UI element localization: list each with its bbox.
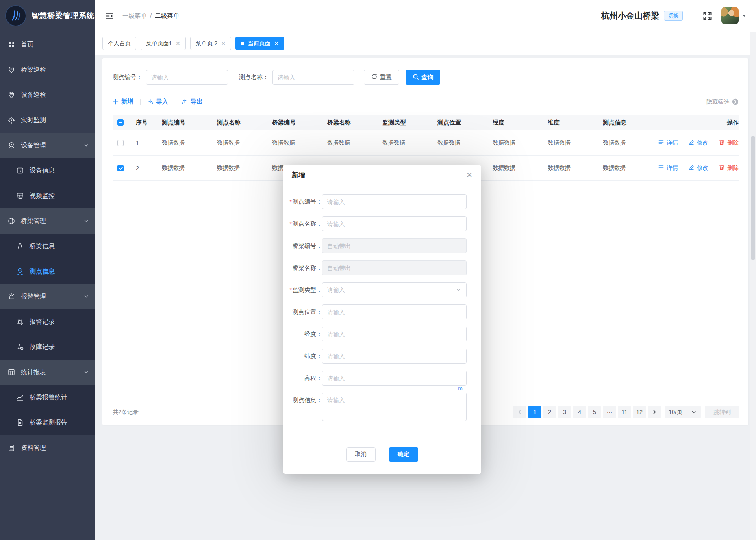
edit-link[interactable]: 修改	[688, 139, 708, 147]
add-button[interactable]: 新增	[113, 98, 133, 106]
field-control: 请输入	[322, 282, 467, 297]
filter-row: 测点编号：测点名称：重置查询	[113, 58, 739, 85]
breadcrumb-level1[interactable]: 一级菜单	[122, 12, 147, 20]
add-dialog: 新增 ✕ *测点编号：*测点名称：桥梁编号：桥梁名称：*监测类型：请输入测点位置…	[283, 165, 481, 474]
pagination-page[interactable]: 2	[543, 406, 556, 418]
field-input[interactable]	[322, 349, 467, 364]
fullscreen-icon[interactable]	[702, 11, 713, 21]
form-field: 桥梁名称：	[283, 260, 481, 275]
point-name-input[interactable]	[272, 70, 354, 85]
row-index: 2	[133, 165, 162, 171]
column-header: 测点位置	[437, 119, 493, 126]
field-input[interactable]	[322, 216, 467, 231]
field-input[interactable]	[322, 327, 467, 341]
total-records-text: 共2条记录	[113, 408, 139, 416]
confirm-button[interactable]: 确定	[389, 447, 418, 462]
delete-link[interactable]: 删除	[719, 164, 739, 172]
monitor-type-select[interactable]: 请输入	[322, 282, 467, 297]
statistics-report-icon	[7, 368, 16, 377]
delete-link[interactable]: 删除	[719, 139, 739, 147]
pagination-page[interactable]: 3	[558, 406, 571, 418]
pagination-next-icon[interactable]	[648, 406, 661, 418]
field-control	[322, 238, 467, 253]
sidebar-item[interactable]: 设备巡检	[0, 82, 95, 108]
column-header: 测点信息	[603, 119, 658, 126]
device-management-icon	[7, 141, 16, 150]
video-monitoring-icon	[16, 191, 24, 200]
sidebar-item[interactable]: 统计报表	[0, 360, 95, 385]
field-input[interactable]	[322, 194, 467, 209]
field-control	[322, 194, 467, 209]
select-all-checkbox[interactable]	[117, 119, 124, 126]
sidebar-item[interactable]: 桥梁报警统计	[0, 385, 95, 410]
page-jump-input[interactable]	[705, 406, 739, 418]
pagination-page[interactable]: 4	[573, 406, 586, 418]
sidebar-item[interactable]: 设备管理	[0, 133, 95, 158]
hide-filter-button[interactable]: 隐藏筛选	[706, 98, 739, 106]
field-label: 测点信息：	[283, 393, 322, 423]
user-avatar[interactable]	[721, 7, 739, 24]
sidebar-collapse-icon[interactable]	[105, 11, 114, 20]
user-menu-caret-down-icon[interactable]	[742, 13, 747, 18]
sidebar-item[interactable]: 故障记录	[0, 334, 95, 360]
field-label-text: 测点编号：	[293, 198, 322, 205]
tab-label: 个人首页	[108, 40, 131, 47]
sidebar-item[interactable]: 报警管理	[0, 284, 95, 309]
query-button-label: 查询	[422, 74, 434, 81]
row-checkbox[interactable]	[117, 140, 124, 146]
import-button[interactable]: 导入	[147, 98, 168, 106]
sidebar-item[interactable]: 桥梁管理	[0, 208, 95, 234]
sidebar-item[interactable]: 桥梁监测报告	[0, 410, 95, 435]
pagination-prev-icon[interactable]	[513, 406, 526, 418]
tab-active[interactable]: 当前页面✕	[235, 37, 284, 50]
tab-close-icon[interactable]: ✕	[221, 41, 226, 46]
dialog-close-icon[interactable]: ✕	[466, 171, 472, 179]
export-button[interactable]: 导出	[182, 98, 203, 106]
detail-link[interactable]: 详情	[658, 139, 678, 147]
sidebar-item[interactable]: 测点信息	[0, 259, 95, 284]
query-button[interactable]: 查询	[406, 70, 440, 85]
point-code-input[interactable]	[146, 70, 228, 85]
form-field: 高程：m	[283, 371, 481, 386]
field-textarea[interactable]	[322, 393, 467, 421]
edit-link[interactable]: 修改	[688, 164, 708, 172]
tab-item[interactable]: 菜单页 2✕	[190, 37, 231, 50]
tab-item[interactable]: 个人首页	[102, 37, 136, 50]
cancel-button[interactable]: 取消	[346, 447, 376, 462]
app-title: 智慧桥梁管理系统	[32, 11, 94, 21]
page-size-select[interactable]: 10/页	[665, 406, 701, 418]
sidebar-item[interactable]: 设备信息	[0, 158, 95, 183]
field-control	[322, 327, 467, 341]
field-input[interactable]	[322, 371, 467, 386]
sidebar-item[interactable]: 首页	[0, 32, 95, 57]
field-input[interactable]	[322, 304, 467, 319]
sidebar-item[interactable]: 实时监测	[0, 108, 95, 133]
form-field: 经度：	[283, 327, 481, 341]
dialog-form: *测点编号：*测点名称：桥梁编号：桥梁名称：*监测类型：请输入测点位置：经度：纬…	[283, 186, 481, 423]
sidebar-item-label: 首页	[21, 41, 33, 49]
pagination-page[interactable]: 5	[588, 406, 601, 418]
sidebar-item[interactable]: 视频监控	[0, 183, 95, 208]
tab-item[interactable]: 菜单页面1✕	[141, 37, 186, 50]
sidebar-item[interactable]: 报警记录	[0, 309, 95, 334]
switch-bridge-button[interactable]: 切换	[664, 11, 683, 21]
scrollbar-thumb[interactable]	[751, 136, 755, 260]
tab-close-icon[interactable]: ✕	[274, 41, 279, 46]
sidebar-item[interactable]: 桥梁巡检	[0, 57, 95, 82]
pagination-ellipsis[interactable]: ···	[603, 406, 616, 418]
column-header: 桥梁名称	[327, 119, 382, 126]
field-label-text: 桥梁编号：	[293, 242, 322, 249]
bridge-alarm-stats-icon	[16, 393, 24, 402]
reset-button[interactable]: 重置	[364, 70, 399, 85]
tab-close-icon[interactable]: ✕	[176, 41, 180, 46]
row-checkbox[interactable]	[117, 165, 124, 171]
sidebar-item[interactable]: 资料管理	[0, 435, 95, 460]
hide-filter-circle-arrow-icon	[732, 98, 739, 105]
sidebar-item[interactable]: 桥梁信息	[0, 234, 95, 259]
detail-link[interactable]: 详情	[658, 164, 678, 172]
pagination-page[interactable]: 11	[618, 406, 631, 418]
pagination-page[interactable]: 12	[633, 406, 646, 418]
form-field: 纬度：	[283, 349, 481, 364]
pagination-page[interactable]: 1	[528, 406, 541, 418]
row-index: 1	[133, 140, 162, 146]
